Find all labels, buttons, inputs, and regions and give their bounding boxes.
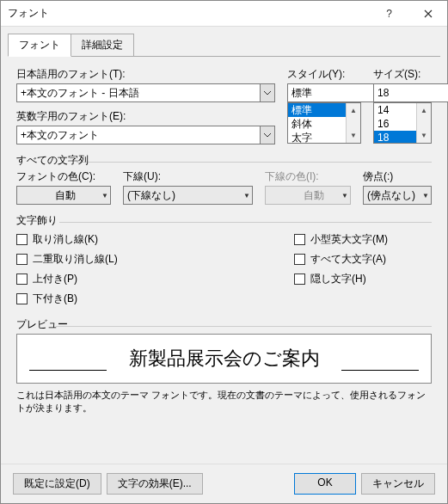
size-listbox[interactable]: 14 16 18 ▲ ▼ <box>373 102 432 144</box>
chevron-down-icon: ▼ <box>101 192 108 200</box>
checkbox-icon <box>294 274 305 285</box>
tab-underline <box>8 56 440 57</box>
close-icon <box>424 9 433 18</box>
scrollbar[interactable]: ▲ ▼ <box>346 103 360 143</box>
scroll-down-icon[interactable]: ▼ <box>347 128 360 143</box>
fontcolor-label: フォントの色(C): <box>16 169 111 184</box>
en-font-value: +本文のフォント <box>16 126 260 144</box>
checkbox-icon <box>16 234 28 245</box>
tab-font[interactable]: フォント <box>8 34 71 57</box>
ulcolor-value: 自動 <box>304 188 324 203</box>
underline-value: (下線なし) <box>127 188 175 203</box>
spacer <box>208 473 289 495</box>
chevron-down-icon: ▼ <box>422 192 429 200</box>
hidden-checkbox[interactable]: 隠し文字(H) <box>294 272 432 286</box>
subscript-checkbox[interactable]: 下付き(B) <box>16 292 294 306</box>
preview-box: 新製品展示会のご案内 <box>16 334 432 384</box>
dialog-footer: 既定に設定(D) 文字の効果(E)... OK キャンセル <box>1 464 447 503</box>
emphasis-label: 傍点(:) <box>363 169 432 184</box>
style-input[interactable] <box>287 83 361 102</box>
chevron-down-icon[interactable] <box>260 126 275 144</box>
checkbox-icon <box>294 254 305 265</box>
scroll-down-icon[interactable]: ▼ <box>417 128 431 143</box>
underline-label: 下線(U): <box>123 169 253 184</box>
divider <box>59 222 432 223</box>
style-label: スタイル(Y): <box>287 67 361 82</box>
preview-text: 新製品展示会のご案内 <box>129 346 320 372</box>
color-swatch <box>269 189 300 201</box>
close-button[interactable] <box>408 1 447 27</box>
allcaps-checkbox[interactable]: すべて大文字(A) <box>294 252 432 267</box>
fontcolor-value: 自動 <box>55 188 76 203</box>
scroll-up-icon[interactable]: ▲ <box>347 103 360 118</box>
strike-checkbox[interactable]: 取り消し線(K) <box>16 232 294 247</box>
color-swatch <box>21 189 52 201</box>
en-font-combo[interactable]: +本文のフォント <box>16 126 275 144</box>
font-dialog: フォント ? フォント 詳細設定 日本語用のフォント(T): +本文のフォント … <box>0 0 448 504</box>
checkbox-icon <box>16 293 28 304</box>
checkbox-icon <box>16 254 28 265</box>
fontcolor-select[interactable]: 自動 ▼ <box>16 186 111 205</box>
jp-font-value: +本文のフォント - 日本語 <box>16 83 260 102</box>
window-title: フォント <box>8 6 370 21</box>
scroll-up-icon[interactable]: ▲ <box>417 103 431 118</box>
text-effects-button[interactable]: 文字の効果(E)... <box>107 473 203 495</box>
chevron-down-icon[interactable] <box>260 83 275 102</box>
chevron-down-icon: ▼ <box>243 192 250 200</box>
jp-font-label: 日本語用のフォント(T): <box>16 67 275 82</box>
ok-button[interactable]: OK <box>294 473 356 495</box>
smallcaps-checkbox[interactable]: 小型英大文字(M) <box>294 232 432 247</box>
checkbox-icon <box>16 274 28 285</box>
set-default-button[interactable]: 既定に設定(D) <box>13 473 101 495</box>
style-listbox[interactable]: 標準 斜体 太字 ▲ ▼ <box>287 102 361 144</box>
emphasis-select[interactable]: (傍点なし) ▼ <box>363 186 432 205</box>
underline-select[interactable]: (下線なし) ▼ <box>123 186 253 205</box>
tab-advanced[interactable]: 詳細設定 <box>71 34 134 57</box>
help-button[interactable]: ? <box>370 1 408 27</box>
deco-title: 文字飾り <box>16 213 432 228</box>
preview-title: プレビュー <box>16 317 432 332</box>
preview-underline <box>341 370 419 371</box>
titlebar: フォント ? <box>1 1 447 27</box>
size-label: サイズ(S): <box>373 67 432 82</box>
tab-strip: フォント 詳細設定 <box>1 27 447 57</box>
dstrike-checkbox[interactable]: 二重取り消し線(L) <box>16 252 294 267</box>
allchars-title: すべての文字列 <box>16 153 432 168</box>
ulcolor-label: 下線の色(I): <box>265 169 351 184</box>
preview-hint: これは日本語用の本文のテーマ フォントです。現在の文書のテーマによって、使用され… <box>16 389 432 415</box>
scrollbar[interactable]: ▲ ▼ <box>416 103 431 143</box>
jp-font-combo[interactable]: +本文のフォント - 日本語 <box>16 83 275 102</box>
superscript-checkbox[interactable]: 上付き(P) <box>16 272 294 286</box>
chevron-down-icon: ▼ <box>341 192 348 200</box>
preview-underline <box>29 370 107 371</box>
checkbox-icon <box>294 234 305 245</box>
divider <box>56 326 432 327</box>
size-field[interactable] <box>373 83 448 102</box>
ulcolor-select: 自動 ▼ <box>265 186 351 205</box>
dialog-body: 日本語用のフォント(T): +本文のフォント - 日本語 英数字用のフォント(E… <box>1 57 447 464</box>
emphasis-value: (傍点なし) <box>367 188 415 203</box>
cancel-button[interactable]: キャンセル <box>361 473 435 495</box>
en-font-label: 英数字用のフォント(E): <box>16 109 275 124</box>
divider <box>77 162 432 163</box>
size-input[interactable] <box>373 83 432 102</box>
